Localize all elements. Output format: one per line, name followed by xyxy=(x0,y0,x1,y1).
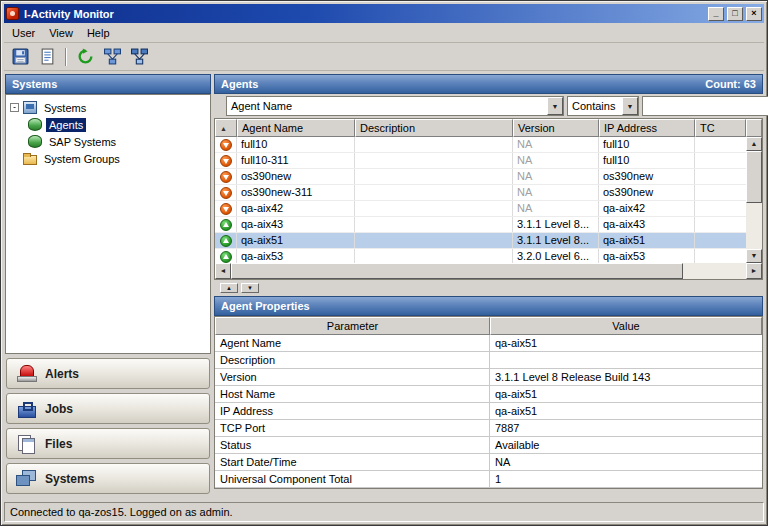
vertical-scrollbar[interactable]: ▲ ▼ xyxy=(746,137,762,263)
dropdown-arrow-icon[interactable]: ▼ xyxy=(622,97,638,115)
property-value: qa-aix51 xyxy=(490,386,762,403)
column-header-status[interactable]: ▲ xyxy=(215,119,237,137)
properties-panel-header: Agent Properties xyxy=(214,296,763,316)
agent-name-cell: qa-aix53 xyxy=(237,249,355,263)
accordion-jobs[interactable]: Jobs xyxy=(6,393,210,424)
agent-version-cell: NA xyxy=(513,201,599,216)
agents-icon xyxy=(28,118,42,131)
scroll-left-icon[interactable]: ◄ xyxy=(215,263,231,279)
column-header-value[interactable]: Value xyxy=(490,317,762,335)
title-bar[interactable]: I-Activity Monitor _ □ × xyxy=(4,4,764,23)
agent-row-qa-aix51[interactable]: qa-aix513.1.1 Level 8...qa-aix51 xyxy=(215,233,746,249)
status-cell xyxy=(215,249,237,263)
tree-item-agents[interactable]: Agents xyxy=(8,116,208,133)
menu-item-help[interactable]: Help xyxy=(81,24,118,42)
save-icon[interactable] xyxy=(8,46,32,68)
sap-icon xyxy=(28,135,42,148)
agent-name-cell: full10-311 xyxy=(237,153,355,168)
menu-item-user[interactable]: User xyxy=(6,24,43,42)
agent-name-cell: qa-aix42 xyxy=(237,201,355,216)
agent-row-full10-311[interactable]: full10-311NAfull10 xyxy=(215,153,746,169)
agent-ip-cell: qa-aix53 xyxy=(599,249,695,263)
vertical-scrollbar-track[interactable] xyxy=(746,203,762,249)
scroll-right-icon[interactable]: ► xyxy=(746,263,762,279)
agent-name-cell: os390new xyxy=(237,169,355,184)
column-header-tc[interactable]: TC xyxy=(695,119,746,137)
agent-tcp-cell xyxy=(695,185,746,200)
property-value xyxy=(490,352,762,369)
agent-row-qa-aix43[interactable]: qa-aix433.1.1 Level 8...qa-aix43 xyxy=(215,217,746,233)
maximize-button[interactable]: □ xyxy=(727,7,743,21)
property-name: Host Name xyxy=(215,386,490,403)
agent-tcp-cell xyxy=(695,249,746,263)
agent-row-os390new-311[interactable]: os390new-311NAos390new xyxy=(215,185,746,201)
property-row-status: StatusAvailable xyxy=(215,437,762,454)
close-button[interactable]: × xyxy=(746,7,762,21)
property-value: Available xyxy=(490,437,762,454)
minimize-button[interactable]: _ xyxy=(708,7,724,21)
status-down-icon xyxy=(220,187,232,199)
report-icon[interactable] xyxy=(35,46,59,68)
column-header-agent-name[interactable]: Agent Name xyxy=(237,119,355,137)
agent-description-cell xyxy=(355,233,513,248)
status-bar: Connected to qa-zos15. Logged on as admi… xyxy=(4,502,764,522)
column-header-spacer xyxy=(746,119,762,137)
tree-item-sap-systems[interactable]: SAP Systems xyxy=(8,133,208,150)
network-a-icon[interactable] xyxy=(100,46,124,68)
collapse-up-icon[interactable]: ▲ xyxy=(220,283,238,293)
agent-version-cell: 3.2.0 Level 6... xyxy=(513,249,599,263)
agent-version-cell: 3.1.1 Level 8... xyxy=(513,217,599,232)
horizontal-scrollbar-thumb[interactable] xyxy=(231,263,683,279)
accordion-alerts[interactable]: Alerts xyxy=(6,358,210,389)
column-header-ip-address[interactable]: IP Address xyxy=(599,119,695,137)
agent-description-cell xyxy=(355,217,513,232)
agent-row-qa-aix42[interactable]: qa-aix42NAqa-aix42 xyxy=(215,201,746,217)
agents-panel-title: Agents xyxy=(221,78,258,90)
filter-field-select[interactable]: Agent Name ▼ xyxy=(226,96,564,116)
pane-splitter[interactable]: ▲ ▼ xyxy=(214,280,763,296)
agent-row-os390new[interactable]: os390newNAos390new xyxy=(215,169,746,185)
property-name: Agent Name xyxy=(215,335,490,352)
filter-text-input[interactable] xyxy=(642,96,768,116)
scroll-down-icon[interactable]: ▼ xyxy=(746,249,762,263)
refresh-icon[interactable] xyxy=(73,46,97,68)
column-header-version[interactable]: Version xyxy=(513,119,599,137)
status-cell xyxy=(215,233,237,248)
agent-ip-cell: qa-aix43 xyxy=(599,217,695,232)
detail-pane: Agents Count: 63 Agent Name ▼ Contains ▼… xyxy=(214,74,763,498)
status-up-icon xyxy=(220,219,232,231)
column-header-description[interactable]: Description xyxy=(355,119,513,137)
accordion-files[interactable]: Files xyxy=(6,428,210,459)
property-name: Universal Component Total xyxy=(215,471,490,488)
filter-bar: Agent Name ▼ Contains ▼ xyxy=(214,94,763,118)
status-cell xyxy=(215,217,237,232)
jobs-icon xyxy=(16,399,36,418)
agent-name-cell: os390new-311 xyxy=(237,185,355,200)
horizontal-scrollbar[interactable]: ◄ ► xyxy=(215,263,762,279)
accordion-label: Files xyxy=(45,437,72,451)
accordion-systems[interactable]: Systems xyxy=(6,463,210,494)
agent-row-full10[interactable]: full10NAfull10 xyxy=(215,137,746,153)
property-value: 3.1.1 Level 8 Release Build 143 xyxy=(490,369,762,386)
agent-row-qa-aix53[interactable]: qa-aix533.2.0 Level 6...qa-aix53 xyxy=(215,249,746,263)
agent-ip-cell: os390new xyxy=(599,185,695,200)
agent-name-cell: qa-aix43 xyxy=(237,217,355,232)
tree-item-system-groups[interactable]: System Groups xyxy=(8,150,208,167)
filter-operator-select[interactable]: Contains ▼ xyxy=(567,96,639,116)
network-b-icon[interactable] xyxy=(127,46,151,68)
property-row-universal-component-total: Universal Component Total1 xyxy=(215,471,762,488)
scroll-up-icon[interactable]: ▲ xyxy=(746,137,762,151)
tree-collapse-icon[interactable]: - xyxy=(10,103,19,112)
filter-field-value: Agent Name xyxy=(227,97,547,115)
collapse-down-icon[interactable]: ▼ xyxy=(241,283,259,293)
column-header-parameter[interactable]: Parameter xyxy=(215,317,490,335)
horizontal-scrollbar-track[interactable] xyxy=(683,263,746,279)
agent-version-cell: NA xyxy=(513,169,599,184)
dropdown-arrow-icon[interactable]: ▼ xyxy=(547,97,563,115)
agent-name-cell: qa-aix51 xyxy=(237,233,355,248)
vertical-scrollbar-thumb[interactable] xyxy=(746,151,762,203)
menu-item-view[interactable]: View xyxy=(43,24,81,42)
agent-ip-cell: os390new xyxy=(599,169,695,184)
tree-item-systems[interactable]: -Systems xyxy=(8,99,208,116)
agents-table: ▲Agent NameDescriptionVersionIP AddressT… xyxy=(214,118,763,280)
